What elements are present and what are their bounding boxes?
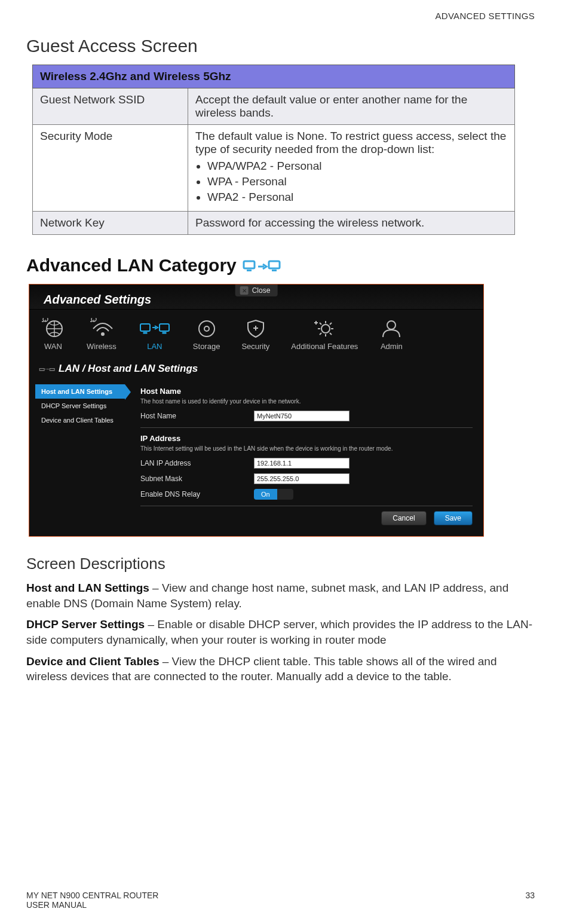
table-header: Wireless 2.4Ghz and Wireless 5Ghz (33, 65, 515, 88)
nav-admin[interactable]: Admin (379, 318, 403, 351)
wifi-icon (90, 318, 114, 338)
globe-icon (41, 318, 65, 338)
row-text: The default value is None. To restrict g… (188, 125, 515, 212)
sidebar-item-host-lan[interactable]: Host and LAN Settings (35, 384, 125, 399)
page-footer: MY NET N900 CENTRAL ROUTER USER MANUAL 3… (26, 891, 535, 910)
cancel-button[interactable]: Cancel (381, 511, 426, 525)
group-title: Host Name (140, 387, 473, 396)
row-text: Accept the default value or enter anothe… (188, 88, 515, 125)
lan-ip-input[interactable] (254, 458, 350, 469)
svg-rect-1 (247, 270, 252, 271)
footer-product: MY NET N900 CENTRAL ROUTER (26, 891, 158, 900)
page-number: 33 (525, 891, 535, 910)
close-icon: ✕ (240, 286, 249, 295)
settings-form: Host Name The host name is used to ident… (125, 384, 473, 528)
advanced-settings-screenshot: ✕ Close Advanced Settings WAN (29, 284, 484, 537)
form-row: Enable DNS Relay On (140, 489, 473, 500)
form-row: Subnet Mask (140, 473, 473, 484)
save-button[interactable]: Save (434, 511, 473, 525)
svg-rect-2 (269, 261, 280, 268)
side-menu: Host and LAN Settings DHCP Server Settin… (35, 384, 125, 528)
shield-icon (244, 318, 268, 338)
lan-mini-icon: ▭→▭ (39, 365, 54, 373)
header-breadcrumb: ADVANCED SETTINGS (435, 11, 535, 21)
nav-wan[interactable]: WAN (41, 318, 65, 351)
nav-lan[interactable]: LAN (138, 318, 171, 351)
svg-point-11 (204, 326, 209, 331)
table-row: Network Key Password for accessing the w… (33, 212, 515, 235)
subnet-mask-input[interactable] (254, 473, 350, 484)
descriptions-block: Host and LAN Settings – View and change … (26, 580, 535, 684)
svg-point-12 (321, 325, 330, 333)
host-name-input[interactable] (254, 411, 350, 421)
footer-doc: USER MANUAL (26, 900, 158, 910)
list-item: WPA - Personal (207, 175, 507, 188)
row-label: Security Mode (33, 125, 188, 212)
form-row: LAN IP Address (140, 458, 473, 469)
table-row: Security Mode The default value is None.… (33, 125, 515, 212)
section-bar: ▭→▭ LAN / Host and LAN Settings (29, 357, 483, 380)
svg-rect-0 (244, 261, 255, 268)
section-title-advanced-lan: Advanced LAN Category (26, 255, 535, 276)
row-text: Password for accessing the wireless netw… (188, 212, 515, 235)
disc-icon (195, 318, 219, 338)
field-label: Subnet Mask (140, 475, 254, 483)
lan-icon (138, 318, 171, 338)
list-item: WPA/WPA2 - Personal (207, 160, 507, 173)
group-desc: This Internet setting will be used in th… (140, 445, 473, 452)
svg-point-5 (101, 332, 105, 336)
list-item: WPA2 - Personal (207, 191, 507, 204)
group-desc: The host name is used to identify your d… (140, 398, 473, 405)
field-label: LAN IP Address (140, 459, 254, 467)
user-icon (379, 318, 403, 338)
svg-rect-7 (143, 332, 147, 334)
svg-rect-3 (272, 270, 277, 271)
row-label: Network Key (33, 212, 188, 235)
group-title: IP Address (140, 434, 473, 443)
close-button[interactable]: ✕ Close (235, 284, 278, 296)
section-title-descriptions: Screen Descriptions (26, 555, 535, 573)
svg-point-10 (199, 321, 214, 336)
lan-category-icon (243, 255, 282, 276)
nav-storage[interactable]: Storage (193, 318, 220, 351)
sidebar-item-dhcp[interactable]: DHCP Server Settings (35, 399, 125, 413)
gear-plus-icon (311, 318, 338, 338)
svg-rect-8 (160, 324, 169, 331)
field-label: Host Name (140, 412, 254, 420)
wireless-settings-table: Wireless 2.4Ghz and Wireless 5Ghz Guest … (32, 65, 515, 235)
row-label: Guest Network SSID (33, 88, 188, 125)
form-row: Host Name (140, 411, 473, 421)
category-nav: WAN Wireless (29, 310, 483, 357)
svg-point-13 (387, 321, 396, 329)
field-label: Enable DNS Relay (140, 490, 254, 498)
nav-wireless[interactable]: Wireless (87, 318, 117, 351)
table-row: Guest Network SSID Accept the default va… (33, 88, 515, 125)
sidebar-item-device-client[interactable]: Device and Client Tables (35, 413, 125, 427)
nav-security[interactable]: Security (241, 318, 269, 351)
nav-additional[interactable]: Additional Features (291, 318, 358, 351)
svg-rect-6 (140, 324, 150, 331)
section-title-guest-access: Guest Access Screen (26, 36, 535, 56)
dns-relay-toggle[interactable]: On (254, 489, 293, 500)
svg-rect-9 (163, 332, 166, 334)
